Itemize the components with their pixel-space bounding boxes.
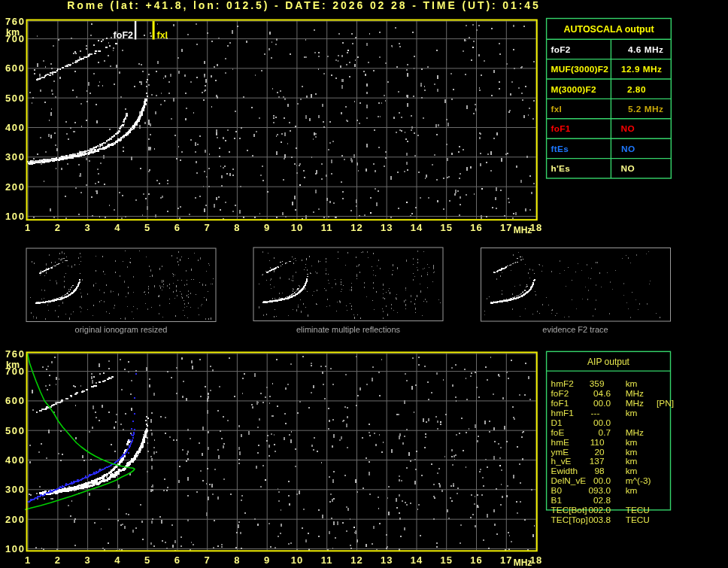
- svg-text:500: 500: [5, 425, 26, 436]
- svg-text:TECU: TECU: [626, 515, 650, 525]
- svg-text:17: 17: [500, 222, 512, 233]
- svg-text:15: 15: [440, 554, 452, 566]
- svg-text:hmF1: hmF1: [551, 408, 574, 418]
- svg-text:foE: foE: [551, 427, 565, 438]
- svg-text:TECU: TECU: [626, 505, 650, 515]
- svg-text:15: 15: [440, 222, 452, 233]
- svg-text:760: 760: [5, 16, 26, 27]
- svg-text:MHz: MHz: [626, 388, 644, 399]
- svg-text:km: km: [6, 360, 20, 370]
- svg-text:fxI: fxI: [551, 104, 563, 114]
- svg-text:20: 20: [594, 447, 605, 457]
- svg-text:MHz: MHz: [514, 225, 532, 235]
- svg-text:1: 1: [25, 222, 31, 233]
- svg-text:11: 11: [321, 554, 333, 566]
- svg-text:foF2: foF2: [114, 30, 133, 41]
- svg-text:5.2 MHz: 5.2 MHz: [628, 104, 663, 114]
- svg-text:MHz: MHz: [626, 427, 644, 438]
- svg-text:hmF2: hmF2: [551, 378, 574, 389]
- svg-text:200: 200: [5, 181, 26, 193]
- svg-text:9: 9: [264, 222, 270, 233]
- svg-text:TEC[Bot]: TEC[Bot]: [551, 505, 587, 515]
- svg-text:evidence F2 trace: evidence F2 trace: [542, 325, 608, 334]
- svg-text:km: km: [626, 378, 638, 389]
- svg-text:00.0: 00.0: [593, 475, 611, 486]
- svg-text:100: 100: [5, 211, 26, 222]
- svg-text:200: 200: [5, 514, 26, 525]
- svg-text:17: 17: [500, 554, 512, 566]
- svg-text:100: 100: [5, 543, 26, 554]
- svg-text:3: 3: [84, 222, 90, 233]
- svg-text:M(3000)F2: M(3000)F2: [551, 84, 597, 95]
- svg-text:359: 359: [590, 378, 605, 389]
- svg-text:3: 3: [84, 554, 90, 566]
- svg-text:km: km: [626, 485, 638, 496]
- svg-text:10: 10: [291, 222, 303, 233]
- svg-text:km: km: [626, 408, 638, 418]
- svg-text:B1: B1: [551, 495, 562, 506]
- svg-text:093.0: 093.0: [588, 485, 611, 496]
- svg-text:h'Es: h'Es: [551, 163, 571, 174]
- svg-text:12: 12: [350, 554, 362, 566]
- svg-text:00.0: 00.0: [593, 398, 611, 409]
- svg-text:002.0: 002.0: [588, 505, 611, 515]
- svg-text:0.7: 0.7: [599, 427, 611, 438]
- svg-text:NO: NO: [621, 163, 635, 174]
- svg-text:4: 4: [114, 554, 120, 566]
- svg-text:13: 13: [381, 222, 393, 233]
- svg-text:NO: NO: [621, 144, 635, 154]
- svg-text:400: 400: [5, 122, 26, 133]
- svg-text:2: 2: [55, 554, 61, 566]
- svg-text:6: 6: [174, 222, 180, 233]
- svg-text:04.6: 04.6: [593, 388, 611, 399]
- svg-text:m^(-3): m^(-3): [626, 475, 651, 486]
- svg-text:6: 6: [174, 554, 180, 566]
- svg-text:eliminate multiple reflections: eliminate multiple reflections: [296, 325, 401, 334]
- svg-text:foF2: foF2: [551, 44, 571, 55]
- svg-text:B0: B0: [551, 485, 563, 496]
- svg-text:km: km: [626, 437, 638, 448]
- svg-text:ftEs: ftEs: [551, 144, 569, 154]
- svg-text:DelN_vE: DelN_vE: [551, 475, 587, 486]
- svg-text:14: 14: [411, 554, 423, 566]
- svg-text:TEC[Top]: TEC[Top]: [551, 515, 588, 525]
- svg-text:5: 5: [144, 554, 150, 566]
- svg-text:003.8: 003.8: [588, 515, 611, 525]
- svg-text:2: 2: [55, 222, 61, 233]
- svg-text:600: 600: [5, 62, 26, 74]
- svg-text:00.0: 00.0: [593, 418, 611, 428]
- svg-text:500: 500: [5, 93, 26, 104]
- svg-text:MHz: MHz: [514, 557, 532, 568]
- svg-text:11: 11: [321, 222, 333, 233]
- svg-text:ymE: ymE: [551, 447, 569, 457]
- svg-text:km: km: [626, 447, 638, 457]
- svg-text:7: 7: [205, 554, 211, 566]
- svg-text:MHz: MHz: [626, 398, 644, 409]
- svg-text:2.80: 2.80: [627, 84, 646, 95]
- svg-text:16: 16: [470, 222, 482, 233]
- svg-text:110: 110: [590, 437, 605, 448]
- svg-text:km: km: [626, 466, 638, 476]
- svg-text:foF1: foF1: [551, 398, 569, 409]
- svg-text:7: 7: [205, 222, 211, 233]
- svg-text:Ewidth: Ewidth: [551, 466, 578, 476]
- svg-text:NO: NO: [621, 123, 635, 134]
- svg-text:h_vE: h_vE: [551, 456, 572, 466]
- svg-text:12.9 MHz: 12.9 MHz: [621, 64, 662, 74]
- svg-text:4: 4: [114, 222, 120, 233]
- svg-text:300: 300: [5, 484, 26, 495]
- svg-text:300: 300: [5, 151, 26, 163]
- svg-text:AUTOSCALA output: AUTOSCALA output: [563, 24, 654, 35]
- svg-text:km: km: [6, 27, 20, 38]
- svg-text:02.8: 02.8: [593, 495, 611, 506]
- svg-text:137: 137: [590, 456, 605, 466]
- svg-text:D1: D1: [551, 418, 563, 428]
- svg-text:[PN]: [PN]: [657, 398, 674, 409]
- svg-text:4.6 MHz: 4.6 MHz: [628, 44, 663, 55]
- svg-text:760: 760: [5, 348, 26, 360]
- svg-text:km: km: [626, 456, 638, 466]
- svg-text:foF2: foF2: [551, 388, 569, 399]
- svg-text:MUF(3000)F2: MUF(3000)F2: [551, 64, 609, 74]
- svg-text:10: 10: [291, 554, 303, 566]
- svg-text:8: 8: [234, 222, 240, 233]
